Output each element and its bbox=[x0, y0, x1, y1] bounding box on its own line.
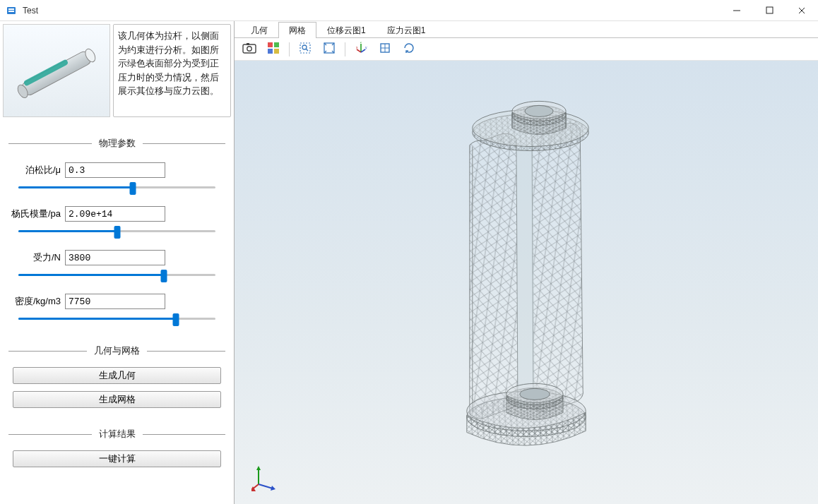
rotate-button[interactable] bbox=[400, 41, 418, 58]
param-young-slider[interactable] bbox=[18, 224, 215, 237]
description-text: 该几何体为拉杆，以侧面为约束进行分析。如图所示绿色表面部分为受到正压力时的受力情… bbox=[113, 24, 231, 117]
app-icon bbox=[6, 5, 17, 16]
param-young-label: 杨氏模量/pa bbox=[10, 208, 61, 220]
mesh-render bbox=[235, 61, 818, 504]
svg-rect-16 bbox=[268, 49, 273, 54]
svg-rect-4 bbox=[766, 7, 773, 13]
param-young: 杨氏模量/pa bbox=[10, 206, 224, 237]
reset-view-icon bbox=[379, 42, 391, 56]
rotate-icon bbox=[403, 42, 415, 56]
generate-mesh-button[interactable]: 生成网格 bbox=[13, 391, 221, 408]
zoom-extents-button[interactable] bbox=[320, 41, 338, 58]
axes-button[interactable]: zxy bbox=[352, 41, 370, 58]
axes-icon: zxy bbox=[355, 42, 367, 56]
snapshot-button[interactable] bbox=[240, 41, 259, 58]
close-button[interactable] bbox=[786, 0, 818, 21]
param-force: 受力/N bbox=[10, 250, 224, 281]
section-physical-legend: 物理参数 bbox=[92, 137, 143, 150]
section-results-legend: 计算结果 bbox=[92, 428, 143, 440]
svg-line-24 bbox=[361, 49, 365, 52]
svg-text:y: y bbox=[365, 45, 367, 49]
tab-mesh[interactable]: 网格 bbox=[278, 22, 316, 38]
param-young-input[interactable] bbox=[65, 206, 165, 222]
param-force-label: 受力/N bbox=[10, 251, 61, 264]
reset-view-button[interactable] bbox=[376, 41, 394, 58]
toolbar-separator bbox=[345, 42, 345, 56]
layers-button[interactable] bbox=[264, 41, 283, 58]
svg-marker-42 bbox=[271, 486, 275, 491]
svg-point-12 bbox=[247, 47, 251, 51]
svg-text:x: x bbox=[356, 45, 358, 49]
compute-button[interactable]: 一键计算 bbox=[13, 450, 221, 467]
svg-point-38 bbox=[520, 388, 550, 400]
viewport-toolbar: zxy bbox=[235, 38, 818, 61]
svg-rect-7 bbox=[20, 49, 94, 97]
content-area: 几何 网格 位移云图1 应力云图1 zxy bbox=[235, 21, 818, 504]
param-density-label: 密度/kg/m3 bbox=[10, 295, 61, 308]
svg-point-33 bbox=[525, 105, 553, 116]
svg-marker-40 bbox=[256, 466, 261, 470]
svg-rect-11 bbox=[243, 44, 256, 53]
svg-rect-17 bbox=[274, 49, 279, 54]
param-poisson: 泊松比/μ bbox=[10, 162, 224, 193]
axis-triad-icon bbox=[251, 463, 280, 491]
param-force-slider[interactable] bbox=[18, 268, 215, 281]
tab-stress1[interactable]: 应力云图1 bbox=[377, 22, 437, 38]
minimize-button[interactable] bbox=[721, 0, 753, 21]
svg-rect-1 bbox=[8, 8, 14, 10]
svg-rect-15 bbox=[274, 42, 279, 47]
section-physical: 物理参数 泊松比/μ 杨氏模量/pa bbox=[8, 137, 225, 325]
zoom-extents-icon bbox=[323, 42, 336, 56]
viewport-3d[interactable] bbox=[235, 61, 818, 504]
section-results: 计算结果 一键计算 bbox=[8, 428, 225, 467]
svg-line-23 bbox=[357, 49, 361, 52]
svg-rect-14 bbox=[268, 42, 273, 47]
svg-rect-13 bbox=[247, 43, 249, 45]
svg-line-20 bbox=[306, 49, 308, 51]
param-poisson-slider[interactable] bbox=[18, 181, 215, 193]
geometry-preview bbox=[3, 24, 110, 117]
param-force-input[interactable] bbox=[65, 250, 165, 265]
param-poisson-input[interactable] bbox=[65, 162, 165, 178]
svg-line-41 bbox=[259, 484, 273, 488]
section-geom-mesh-legend: 几何与网格 bbox=[87, 344, 147, 357]
param-poisson-label: 泊松比/μ bbox=[10, 164, 61, 176]
sidebar: 该几何体为拉杆，以侧面为约束进行分析。如图所示绿色表面部分为受到正压力时的受力情… bbox=[0, 21, 235, 504]
svg-rect-2 bbox=[8, 11, 14, 12]
param-density: 密度/kg/m3 bbox=[10, 294, 224, 325]
tab-disp1[interactable]: 位移云图1 bbox=[316, 22, 377, 38]
tab-bar: 几何 网格 位移云图1 应力云图1 bbox=[235, 21, 818, 38]
camera-icon bbox=[242, 42, 256, 56]
zoom-box-button[interactable] bbox=[296, 41, 314, 58]
titlebar: Test bbox=[0, 0, 818, 21]
param-density-input[interactable] bbox=[65, 294, 165, 309]
svg-rect-18 bbox=[300, 43, 310, 53]
generate-geometry-button[interactable]: 生成几何 bbox=[13, 367, 221, 384]
tab-geom[interactable]: 几何 bbox=[240, 22, 278, 38]
svg-text:z: z bbox=[360, 42, 362, 44]
window-title: Test bbox=[23, 6, 38, 16]
param-density-slider[interactable] bbox=[18, 312, 215, 325]
zoom-box-icon bbox=[299, 42, 312, 56]
layers-icon bbox=[267, 42, 280, 56]
maximize-button[interactable] bbox=[753, 0, 786, 21]
toolbar-separator bbox=[289, 42, 290, 56]
section-geom-mesh: 几何与网格 生成几何 生成网格 bbox=[8, 344, 225, 408]
